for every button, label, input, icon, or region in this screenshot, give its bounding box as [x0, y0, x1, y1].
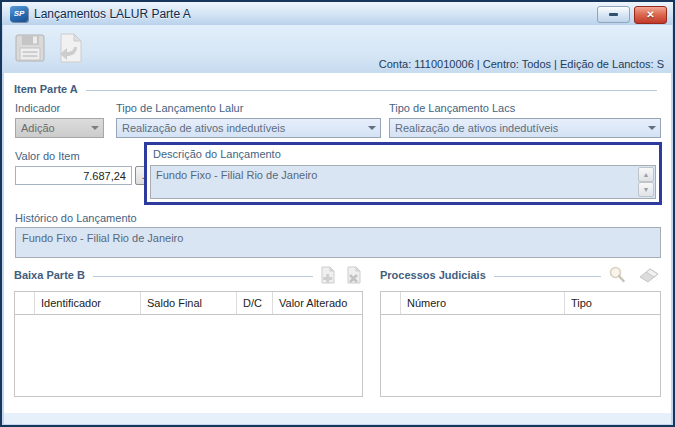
window-title: Lançamentos LALUR Parte A	[34, 7, 191, 21]
column-header-identificador[interactable]: Identificador	[35, 292, 141, 314]
content-panel: Item Parte A Indicador Tipo de Lançament…	[4, 73, 671, 413]
save-button[interactable]	[11, 30, 49, 68]
tipo-lalur-combobox[interactable]: Realização de ativos indedutíveis	[116, 118, 381, 138]
section-divider	[494, 276, 601, 277]
tipo-lacs-label: Tipo de Lançamento Lacs	[389, 102, 515, 114]
tipo-lalur-label: Tipo de Lançamento Lalur	[116, 102, 243, 114]
save-icon	[12, 30, 48, 66]
historico-label: Histórico do Lançamento	[15, 212, 137, 224]
valor-item-label: Valor do Item	[15, 150, 80, 162]
section-processos-judiciais: Processos Judiciais	[380, 265, 661, 285]
app-icon: SP	[10, 6, 28, 22]
delete-page-icon	[345, 265, 363, 285]
processos-grid-body[interactable]	[381, 315, 660, 396]
section-title-processos-judiciais: Processos Judiciais	[380, 269, 486, 281]
descricao-textarea[interactable]: Fundo Fixo - Filial Rio de Janeiro ▲ ▼	[150, 165, 656, 199]
minimize-button[interactable]	[597, 6, 630, 23]
descricao-scrollbar: ▲ ▼	[638, 167, 654, 197]
window-controls: ✕	[597, 6, 667, 24]
column-header-dc[interactable]: D/C	[237, 292, 273, 314]
indicador-combobox[interactable]: Adição	[15, 118, 104, 138]
chevron-down-icon	[643, 119, 660, 137]
section-divider	[86, 90, 657, 91]
scroll-down-icon[interactable]: ▼	[638, 182, 654, 197]
descricao-highlight-box: Descrição do Lançamento Fundo Fixo - Fil…	[144, 142, 662, 205]
scroll-up-icon[interactable]: ▲	[638, 167, 654, 182]
baixa-grid-header: Identificador Saldo Final D/C Valor Alte…	[15, 292, 362, 315]
undo-button[interactable]	[51, 30, 89, 68]
processos-judiciais-grid: Número Tipo	[380, 291, 661, 397]
column-header-tipo[interactable]: Tipo	[565, 292, 660, 314]
toolbar: Conta: 1110010006 | Centro: Todos | Ediç…	[3, 25, 672, 73]
baixa-parte-b-grid: Identificador Saldo Final D/C Valor Alte…	[14, 291, 363, 397]
section-baixa-parte-b: Baixa Parte B	[14, 265, 363, 285]
add-page-icon	[319, 265, 337, 285]
descricao-label: Descrição do Lançamento	[153, 148, 281, 160]
tipo-lalur-value: Realização de ativos indedutíveis	[122, 122, 363, 134]
column-header-valor-alterado[interactable]: Valor Alterado	[273, 292, 362, 314]
column-header-numero[interactable]: Número	[401, 292, 565, 314]
tipo-lacs-value: Realização de ativos indedutíveis	[395, 122, 643, 134]
eraser-icon	[637, 266, 661, 284]
chevron-down-icon	[363, 119, 380, 137]
row-selector-column	[15, 292, 35, 314]
section-title-baixa-parte-b: Baixa Parte B	[14, 269, 85, 281]
valor-item-input[interactable]	[15, 166, 132, 185]
column-header-saldo-final[interactable]: Saldo Final	[141, 292, 237, 314]
status-bar	[4, 413, 671, 424]
add-row-button[interactable]	[319, 265, 337, 285]
indicador-value: Adição	[21, 122, 86, 134]
titlebar: SP Lançamentos LALUR Parte A ✕	[2, 2, 673, 25]
context-info: Conta: 1110010006 | Centro: Todos | Ediç…	[379, 58, 664, 70]
minimize-icon	[609, 13, 618, 16]
close-button[interactable]: ✕	[634, 6, 667, 24]
delete-row-button[interactable]	[345, 265, 363, 285]
baixa-grid-body[interactable]	[15, 315, 362, 396]
tipo-lacs-combobox[interactable]: Realização de ativos indedutíveis	[389, 118, 661, 138]
historico-textarea[interactable]: Fundo Fixo - Filial Rio de Janeiro	[15, 227, 661, 258]
historico-value: Fundo Fixo - Filial Rio de Janeiro	[22, 232, 183, 244]
processos-grid-header: Número Tipo	[381, 292, 660, 315]
search-processo-button[interactable]	[607, 265, 627, 285]
section-title-item-parte-a: Item Parte A	[14, 83, 78, 95]
descricao-value: Fundo Fixo - Filial Rio de Janeiro	[156, 169, 317, 181]
dialog-window: SP Lançamentos LALUR Parte A ✕	[0, 0, 675, 427]
row-selector-column	[381, 292, 401, 314]
chevron-down-icon	[86, 119, 103, 137]
section-item-parte-a: Item Parte A	[14, 79, 663, 99]
search-icon	[607, 265, 627, 285]
undo-icon	[52, 30, 88, 66]
indicador-label: Indicador	[15, 102, 60, 114]
section-divider	[93, 276, 313, 277]
clear-processo-button[interactable]	[637, 266, 661, 284]
